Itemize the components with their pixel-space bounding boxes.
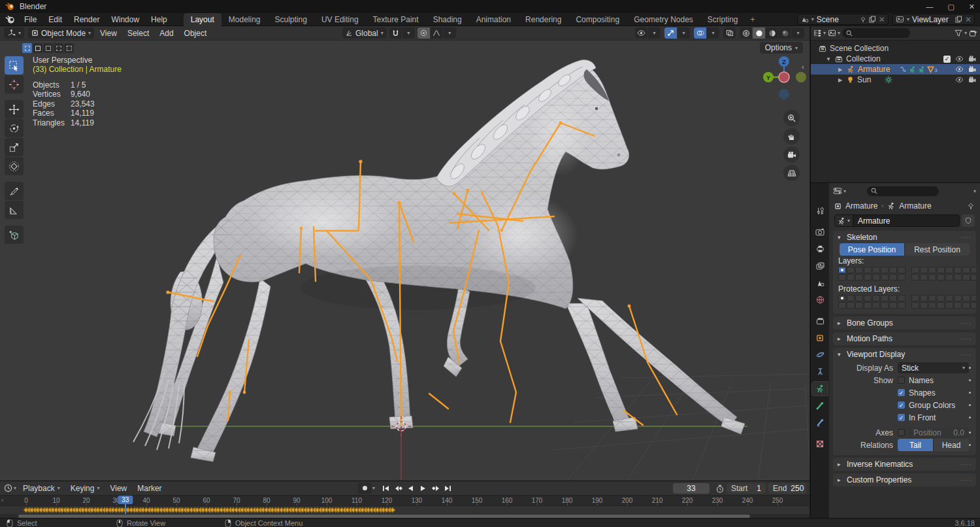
layer-cell[interactable] [855,267,863,273]
panel-bone-groups-header[interactable]: ▸ Bone Groups ···· [833,316,976,330]
tab-render[interactable] [812,225,828,239]
hide-eye-icon[interactable] [955,56,964,62]
properties-options-dropdown[interactable]: ▾ [973,188,976,194]
layer-cell[interactable] [928,274,936,280]
tab-tool[interactable] [812,204,828,218]
snap-toggle[interactable] [389,27,402,39]
panel-grip-icon[interactable]: ···· [960,461,972,468]
workspace-tab-uv-editing[interactable]: UV Editing [314,13,366,26]
tool-cursor[interactable] [5,75,24,94]
tool-measure[interactable] [5,201,24,219]
hide-eye-icon[interactable] [955,76,964,83]
unlink-icon[interactable]: ✕ [879,15,885,24]
display-as-dropdown[interactable]: Stick ▾ [898,362,969,373]
relations-tail-button[interactable]: Tail [898,439,934,451]
workspace-tab-scripting[interactable]: Scripting [700,13,745,26]
viewlayer-selector[interactable]: ▾ ViewLayer ✕ [892,14,975,25]
menu-object[interactable]: Object [180,29,212,38]
group-colors-checkbox[interactable]: ✓ [898,401,905,409]
outliner-row-sun[interactable]: ▶ Sun [811,75,980,85]
animate-dot[interactable] [969,432,971,434]
timeline-menu-playback[interactable]: Playback ▾ [18,484,65,493]
transform-orientation[interactable]: Global ▾ [342,27,387,39]
panel-grip-icon[interactable]: ···· [960,320,972,327]
disable-render-camera-icon[interactable] [968,56,976,62]
overlays-dropdown[interactable]: ▾ [707,27,719,39]
jump-to-start-button[interactable] [380,483,391,494]
app-menu-file[interactable]: File [18,14,42,25]
animate-dot[interactable] [969,444,971,446]
panel-viewport-display-header[interactable]: ▾ Viewport Display ···· [833,348,976,361]
camera-view-icon[interactable] [783,146,800,163]
protected-layers-grid[interactable] [838,295,971,309]
tab-object-data[interactable] [812,382,828,396]
tab-physics[interactable] [812,348,828,362]
layer-cell[interactable] [928,267,936,273]
layer-cell[interactable] [889,274,897,280]
disclosure-triangle[interactable]: ▼ [825,56,832,62]
layer-cell[interactable] [937,267,945,273]
names-checkbox[interactable] [898,377,905,384]
properties-editor-selector[interactable]: ▾ [833,187,846,195]
properties-search[interactable] [867,186,939,196]
layer-cell[interactable] [962,274,970,280]
layer-cell[interactable] [954,302,962,309]
show-visibility-toggle[interactable] [635,27,647,39]
remove-icon[interactable]: ✕ [965,15,972,24]
snap-options-dropdown[interactable]: ▾ [402,27,415,39]
jump-to-end-button[interactable] [442,483,453,494]
layer-cell[interactable] [847,295,855,301]
copy-icon[interactable] [869,16,876,23]
mode-selector[interactable]: Object Mode ▾ [28,27,94,39]
layer-cell[interactable] [864,274,872,280]
tab-bone[interactable] [812,399,828,413]
display-mode-selector[interactable]: ▾ [813,29,826,37]
panel-grip-icon[interactable]: ···· [960,351,972,358]
layer-cell[interactable] [945,274,953,280]
layer-cell[interactable] [945,295,953,301]
panel-grip-icon[interactable]: ···· [960,234,972,241]
disclosure-triangle[interactable]: ▶ [837,67,843,73]
keyframe-band[interactable] [0,506,809,514]
viewport-3d[interactable]: ▾ Object Mode ▾ View Select Add Object G… [0,26,809,481]
copy-icon[interactable] [955,16,962,23]
layer-cell[interactable] [971,302,976,309]
pose-position-button[interactable]: Pose Position [840,243,905,256]
layer-cell[interactable] [898,274,906,280]
layer-cell[interactable] [881,267,889,273]
shading-solid-button[interactable] [753,27,765,39]
outliner-row-armature[interactable]: ▶ Armature 3 [811,64,980,75]
hide-eye-icon[interactable] [955,66,964,73]
blender-menu-icon[interactable] [5,15,16,24]
editor-type-selector[interactable]: ▾ [4,27,24,39]
panel-custom-properties-header[interactable]: ▸ Custom Properties ···· [833,473,976,486]
new-collection-icon[interactable] [969,29,977,37]
viewlayer-name[interactable]: ViewLayer [912,15,953,24]
panel-grip-icon[interactable]: ···· [960,477,972,484]
workspace-tab-modeling[interactable]: Modeling [221,13,268,26]
layer-cell[interactable] [872,295,880,301]
shading-dropdown[interactable]: ▾ [792,27,804,39]
tab-object-constraints[interactable] [812,365,828,379]
layer-cell[interactable] [838,302,846,309]
add-workspace-button[interactable]: + [745,13,760,26]
menu-select[interactable]: Select [123,29,154,38]
pin-icon[interactable] [968,203,975,210]
tab-object[interactable] [812,331,828,345]
animate-dot[interactable] [969,416,971,418]
timeline-expand-arrow[interactable]: › [1,497,3,503]
layer-cell[interactable] [864,267,872,273]
tool-annotate[interactable] [5,182,24,200]
layer-cell[interactable] [920,274,928,280]
layer-cell[interactable] [881,274,889,280]
tab-collection-props[interactable] [812,314,828,328]
layer-cell[interactable] [872,267,880,273]
layer-cell[interactable] [937,274,945,280]
shading-rendered-button[interactable] [779,27,791,39]
panel-grip-icon[interactable]: ···· [960,335,972,343]
outliner-search[interactable] [842,28,910,38]
layer-cell[interactable] [962,295,970,301]
axes-position-slider[interactable]: Position 0.0 [909,428,969,438]
fake-user-shield-button[interactable] [962,214,975,227]
layer-cell[interactable] [954,274,962,280]
